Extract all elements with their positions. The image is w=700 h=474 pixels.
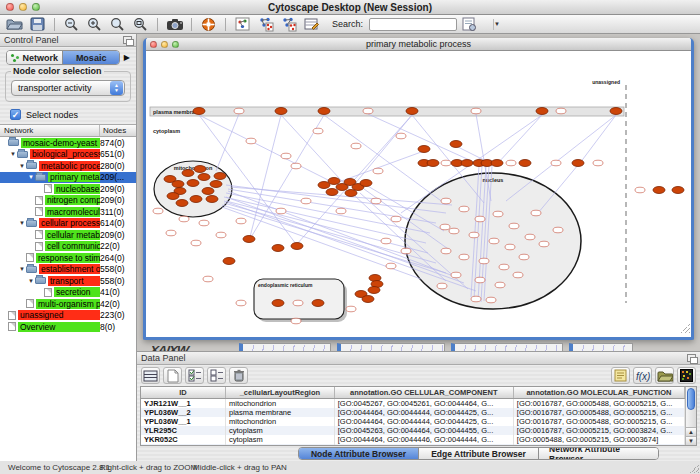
tree-row[interactable]: ▼metabolic process280(0) bbox=[0, 160, 136, 172]
tree-row[interactable]: nucleobase-209(0) bbox=[0, 183, 136, 195]
table-cell[interactable]: plasma membrane bbox=[226, 408, 335, 417]
float-data-panel-icon[interactable] bbox=[687, 354, 696, 362]
select-nodes-checkbox[interactable]: ✓ bbox=[10, 109, 21, 120]
app-resize-grip[interactable] bbox=[689, 463, 699, 473]
table-scrollbar[interactable]: ▲ ▼ bbox=[685, 387, 696, 445]
window-resize-grip[interactable] bbox=[681, 324, 690, 333]
table-cell[interactable]: YDR039C__1 bbox=[141, 444, 226, 446]
tab-node-attribute-browser[interactable]: Node Attribute Browser bbox=[299, 448, 418, 459]
column-header[interactable]: _cellularLayoutRegion bbox=[226, 387, 335, 398]
tree-row[interactable]: ▼establishment of lo558(0) bbox=[0, 264, 136, 276]
snapshot-camera-icon[interactable] bbox=[164, 16, 185, 33]
tab-network-attribute-browser[interactable]: Network Attribute Browser bbox=[538, 448, 658, 459]
table-cell[interactable]: [GO:0005488, GO:0005215, GO:0003674] bbox=[513, 435, 684, 444]
column-header[interactable]: annotation.GO MOLECULAR_FUNCTION bbox=[513, 387, 684, 398]
tree-row[interactable]: ▼primary metabolic209(... bbox=[0, 172, 136, 184]
column-header[interactable]: annotation.GO CELLULAR_COMPONENT bbox=[334, 387, 513, 398]
table-cell[interactable]: [GO:0016787, GO:0005215, GO:0003824, G..… bbox=[513, 426, 684, 435]
table-row[interactable]: YPL036W__2plasma membrane[GO:0044464, GO… bbox=[141, 408, 685, 417]
notes-icon[interactable] bbox=[611, 367, 630, 384]
column-header[interactable]: ID bbox=[141, 387, 226, 398]
table-cell[interactable]: [GO:0016787, GO:0005488, GO:0005215, G..… bbox=[513, 417, 684, 426]
background-window-fragment[interactable] bbox=[337, 343, 445, 352]
tree-expand-icon[interactable]: ▼ bbox=[18, 266, 26, 272]
open-icon[interactable] bbox=[4, 16, 25, 33]
chevron-down-icon[interactable]: ▼ bbox=[493, 19, 500, 30]
tree-row[interactable]: ▼transport558(0) bbox=[0, 275, 136, 287]
table-row[interactable]: YJR121W__1mitochondrion[GO:0045267, GO:0… bbox=[141, 398, 685, 408]
tree-expand-icon[interactable]: ▼ bbox=[27, 174, 35, 180]
table-cell[interactable]: YJR121W__1 bbox=[141, 398, 226, 408]
unselect-attributes-icon[interactable] bbox=[207, 367, 226, 384]
table-cell[interactable]: cytoplasm bbox=[226, 435, 335, 444]
table-cell[interactable]: mitochondrion bbox=[226, 444, 335, 446]
table-cell[interactable]: YKR052C bbox=[141, 435, 226, 444]
table-cell[interactable]: [GO:0016787, GO:0005488, GO:0005215, G..… bbox=[513, 398, 684, 408]
tree-row[interactable]: secretion41(0) bbox=[0, 287, 136, 299]
zoom-selected-icon[interactable] bbox=[107, 16, 128, 33]
layout-network-a-icon[interactable] bbox=[255, 16, 276, 33]
tree-row[interactable]: ▼biological_process651(0) bbox=[0, 149, 136, 161]
tree-expand-icon[interactable]: ▼ bbox=[9, 151, 17, 157]
tree-row[interactable]: mosaic-demo-yeast874(0) bbox=[0, 137, 136, 149]
tree-row[interactable]: response to stimulu264(0) bbox=[0, 252, 136, 264]
tree-row[interactable]: macromolecule311(0) bbox=[0, 206, 136, 218]
tree-row[interactable]: ▼cellular process614(0) bbox=[0, 218, 136, 230]
table-cell[interactable]: [GO:0045263, GO:0044464, GO:0044455, G..… bbox=[334, 426, 513, 435]
tab-edge-attribute-browser[interactable]: Edge Attribute Browser bbox=[418, 448, 538, 459]
save-icon[interactable] bbox=[27, 16, 48, 33]
table-cell[interactable]: [GO:0016787, GO:0005488, GO:0005215, G..… bbox=[513, 444, 684, 446]
delete-attribute-icon[interactable] bbox=[229, 367, 248, 384]
attribute-select-icon[interactable] bbox=[141, 367, 160, 384]
table-row[interactable]: YLR295Ccytoplasm[GO:0045263, GO:0044464,… bbox=[141, 426, 685, 435]
tree-row[interactable]: nitrogen compo209(0) bbox=[0, 195, 136, 207]
table-row[interactable]: YPL036W__1mitochondrion[GO:0044464, GO:0… bbox=[141, 417, 685, 426]
zoom-fit-icon[interactable] bbox=[130, 16, 151, 33]
table-cell[interactable]: YPL036W__2 bbox=[141, 408, 226, 417]
tab-mosaic[interactable]: Mosaic bbox=[62, 51, 118, 64]
tree-column-network[interactable]: Network bbox=[0, 125, 100, 136]
table-cell[interactable]: cytoplasm bbox=[226, 426, 335, 435]
table-cell[interactable]: [GO:0045267, GO:0045261, GO:0044464, G..… bbox=[334, 398, 513, 408]
background-window-fragment[interactable] bbox=[451, 343, 563, 352]
tree-row[interactable]: unassigned223(0) bbox=[0, 310, 136, 322]
table-cell[interactable]: [GO:0044464, GO:0044446, GO:0044444, G..… bbox=[334, 435, 513, 444]
table-cell[interactable]: YLR295C bbox=[141, 426, 226, 435]
function-builder-icon[interactable]: f(x) bbox=[633, 367, 652, 384]
new-attribute-icon[interactable] bbox=[163, 367, 182, 384]
scroll-up-icon[interactable]: ▲ bbox=[686, 427, 696, 436]
table-cell[interactable]: [GO:0044464, GO:0044444, GO:0044425, G..… bbox=[334, 408, 513, 417]
scroll-down-icon[interactable]: ▼ bbox=[686, 436, 696, 445]
matrix-icon[interactable] bbox=[677, 367, 696, 384]
zoom-in-icon[interactable] bbox=[84, 16, 105, 33]
tree-row[interactable]: Overview8(0) bbox=[0, 321, 136, 333]
select-attributes-icon[interactable] bbox=[185, 367, 204, 384]
search-options-icon[interactable] bbox=[459, 16, 480, 33]
zoom-out-icon[interactable] bbox=[61, 16, 82, 33]
node-color-dropdown[interactable]: transporter activity ▲▼ bbox=[11, 80, 125, 96]
tree-expand-icon[interactable]: ▼ bbox=[27, 278, 35, 284]
table-cell[interactable]: YPL036W__1 bbox=[141, 417, 226, 426]
tab-network[interactable]: Network bbox=[7, 51, 62, 64]
attribute-table-icon[interactable] bbox=[301, 16, 322, 33]
table-cell[interactable]: [GO:0044464, GO:0044444, GO:0044425, G..… bbox=[334, 444, 513, 446]
background-window-fragment[interactable] bbox=[239, 343, 331, 352]
table-cell[interactable]: mitochondrion bbox=[226, 417, 335, 426]
table-cell[interactable]: mitochondrion bbox=[226, 398, 335, 408]
layout-network-b-icon[interactable] bbox=[278, 16, 299, 33]
table-cell[interactable]: [GO:0044464, GO:0044444, GO:0044425, G..… bbox=[334, 417, 513, 426]
tree-column-nodes[interactable]: Nodes bbox=[100, 125, 136, 136]
network-canvas[interactable]: plasma membranecytoplasmendoplasmic reti… bbox=[146, 51, 691, 334]
help-lifering-icon[interactable] bbox=[198, 16, 219, 33]
table-cell[interactable]: [GO:0016787, GO:0005488, GO:0005215, G..… bbox=[513, 408, 684, 417]
import-network-icon[interactable] bbox=[232, 16, 253, 33]
scrollbar-thumb[interactable] bbox=[687, 388, 695, 410]
float-panel-icon[interactable] bbox=[123, 36, 132, 44]
table-row[interactable]: YKR052Ccytoplasm[GO:0044464, GO:0044446,… bbox=[141, 435, 685, 444]
tree-expand-icon[interactable]: ▼ bbox=[18, 220, 26, 226]
import-attributes-icon[interactable] bbox=[655, 367, 674, 384]
background-window-fragment[interactable] bbox=[569, 343, 633, 352]
tree-row[interactable]: multi-organism pro42(0) bbox=[0, 298, 136, 310]
table-row[interactable]: YDR039C__1mitochondrion[GO:0044464, GO:0… bbox=[141, 444, 685, 446]
tree-row[interactable]: cell communicati22(0) bbox=[0, 241, 136, 253]
